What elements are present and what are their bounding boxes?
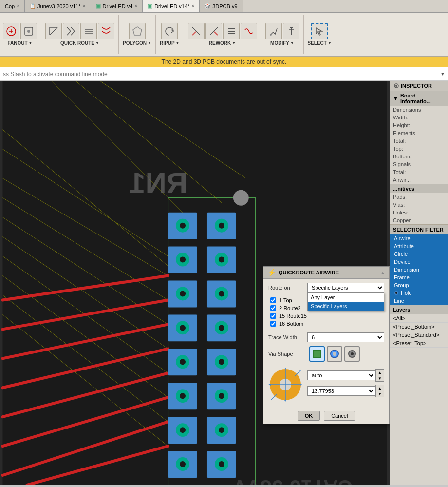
ok-button[interactable]: OK (298, 411, 320, 421)
size-up-arrow[interactable]: ▲ (376, 370, 384, 375)
inspector-title: INSPECTOR (401, 83, 432, 89)
toolbar-group-polygon: POLYGON ▼ (123, 15, 156, 54)
board-info-label: Board Informatio... (400, 93, 445, 104)
modify-btn2[interactable] (283, 23, 299, 39)
tab-junev3-close[interactable]: × (83, 3, 86, 9)
sel-dimension[interactable]: Dimension (390, 266, 448, 273)
layer-preset-bottom[interactable]: <Preset_Bottom> (390, 323, 448, 331)
sel-group[interactable]: Group (390, 281, 448, 289)
tab-driveled4[interactable]: ▣ DriveLED v4 × (91, 0, 143, 12)
layer-16-bottom: 16 Bottom (268, 320, 384, 328)
sel-frame[interactable]: Frame (390, 273, 448, 281)
modify-btn1[interactable] (265, 23, 282, 39)
layer-preset-top[interactable]: <Preset_Top> (390, 339, 448, 348)
primitives-title[interactable]: ...nitives (390, 184, 448, 193)
tab-junev3-icon: 📋 (30, 3, 36, 9)
height-label: Height: (393, 122, 410, 128)
svg-line-10 (192, 32, 196, 35)
layer-1-top-check[interactable] (270, 297, 276, 303)
rework-btn1[interactable] (188, 23, 205, 39)
airwire-label: Airwir... (393, 177, 411, 183)
quickroute-label: QUICK ROUTE ▼ (60, 40, 99, 46)
route-on-select[interactable]: Any Layer Specific Layers (307, 283, 384, 292)
qr-btn1[interactable] (45, 23, 62, 39)
svg-point-85 (219, 291, 224, 296)
drill-down-arrow[interactable]: ▼ (376, 391, 384, 397)
via-btn-circle[interactable] (327, 346, 342, 362)
primitives-section: ...nitives Pads: Vias: Holes: Copper (390, 184, 448, 225)
qr-btn2[interactable] (63, 23, 79, 39)
layer-2-route2-check[interactable] (270, 305, 276, 311)
fanout-btn2[interactable] (20, 23, 37, 39)
layer-all[interactable]: <All> (390, 314, 448, 323)
select-icons (311, 23, 328, 39)
tab-driveled14[interactable]: ▣ DriveLED v14* × (143, 0, 200, 12)
rework-btn3[interactable] (223, 23, 240, 39)
signals-total-row: Total: (390, 168, 448, 176)
tab-cop-label: Cop (5, 3, 15, 9)
tab-3dpcb-icon: 🎲 (205, 3, 210, 9)
command-dropdown[interactable]: ▼ (440, 71, 445, 77)
sel-line-label: Line (394, 298, 404, 304)
ripup-btn[interactable] (161, 23, 178, 39)
sel-device[interactable]: Device (390, 258, 448, 266)
sel-attribute[interactable]: Attribute (390, 242, 448, 250)
pcb-canvas[interactable]: RN1 CAT16-J8VV ⚡ QUICKROUTE AIRWIRE ▲ Ro… (0, 81, 390, 485)
modify-icons (265, 23, 299, 39)
cancel-button[interactable]: Cancel (324, 411, 355, 421)
via-btn-drill[interactable] (344, 346, 360, 362)
quickroute-icons (45, 23, 114, 39)
rework-btn4[interactable] (241, 23, 257, 39)
signals-label: Signals (393, 161, 411, 167)
svg-point-16 (270, 34, 272, 36)
svg-line-102 (295, 370, 301, 376)
sel-circle[interactable]: Circle (390, 250, 448, 258)
via-btn-square[interactable] (309, 346, 325, 362)
pads-row: Pads: (390, 193, 448, 201)
command-input[interactable] (3, 71, 440, 78)
sel-hole[interactable]: Hole (390, 289, 448, 297)
drill-up-arrow[interactable]: ▲ (376, 385, 384, 391)
dimensions-row: Dimensions (390, 106, 448, 114)
tab-driveled14-close[interactable]: × (191, 3, 194, 9)
svg-point-80 (180, 393, 186, 399)
specific-layers-option[interactable]: Specific Layers (308, 302, 384, 311)
tab-junev3-label: Junev3-2020 v11* (37, 3, 81, 9)
qr-dialog-arrow[interactable]: ▲ (380, 270, 385, 275)
layer-15-route15-check[interactable] (270, 313, 276, 319)
trace-width-label: Trace Width (268, 334, 307, 340)
board-info-title[interactable]: ▼ Board Informatio... (390, 91, 448, 106)
ripup-label: RIPUP ▼ (160, 40, 179, 46)
modify-dropdown-arrow: ▼ (290, 41, 294, 45)
tab-3dpcb[interactable]: 🎲 3DPCB v9 (200, 0, 243, 12)
any-layer-option[interactable]: Any Layer (308, 293, 384, 302)
polygon-btn[interactable] (129, 23, 146, 39)
main-layout: RN1 CAT16-J8VV ⚡ QUICKROUTE AIRWIRE ▲ Ro… (0, 81, 448, 485)
via-circle-icon (330, 350, 339, 358)
size-down-arrow[interactable]: ▼ (376, 375, 384, 381)
via-square-icon (313, 350, 321, 358)
tab-3dpcb-label: 3DPCB v9 (212, 3, 237, 9)
svg-marker-101 (284, 400, 286, 402)
qr-section: Route on Any Layer Specific Layers Any L… (263, 279, 389, 408)
qr-btn3[interactable] (80, 23, 97, 39)
layer-preset-standard[interactable]: <Preset_Standard> (390, 331, 448, 339)
sel-line[interactable]: Line (390, 297, 448, 305)
size-select[interactable]: auto (307, 370, 375, 380)
tab-cop-close[interactable]: × (17, 3, 19, 9)
fanout-btn1[interactable] (3, 23, 19, 39)
layer-16-bottom-check[interactable] (270, 321, 276, 327)
tab-driveled4-close[interactable]: × (134, 3, 137, 9)
toolbar-group-rework: REWORK ▼ (188, 15, 261, 54)
trace-width-select[interactable]: 6 (307, 332, 384, 342)
airwire-row: Airwir... (390, 176, 448, 184)
drill-select[interactable]: 13.77953 (307, 386, 375, 396)
via-drill-icon (348, 350, 356, 358)
tab-junev3[interactable]: 📋 Junev3-2020 v11* × (25, 0, 91, 12)
qr-btn4[interactable] (98, 23, 114, 39)
sel-airwire[interactable]: Airwire (390, 234, 448, 242)
select-btn[interactable] (311, 23, 328, 39)
tab-cop[interactable]: Cop × (0, 0, 25, 12)
rework-btn2[interactable] (205, 23, 222, 39)
qr-dropdown-arrow: ▼ (95, 41, 99, 45)
